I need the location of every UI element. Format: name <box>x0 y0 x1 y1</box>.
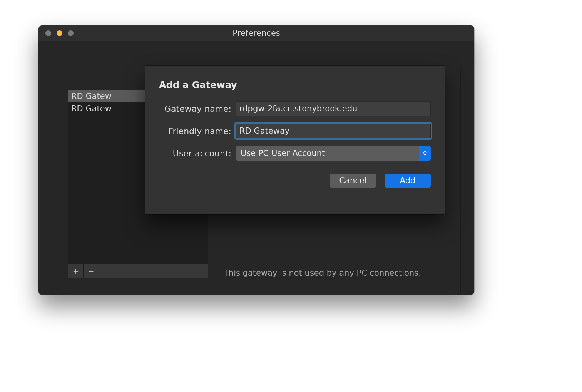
preferences-window: Preferences RD Gatew RD Gatew ＋ － edu <box>38 25 474 295</box>
window-title: Preferences <box>38 28 474 38</box>
chevron-up-down-icon <box>419 146 431 161</box>
friendly-name-label: Friendly name: <box>159 126 236 136</box>
traffic-lights <box>38 30 74 36</box>
gateway-name-row: Gateway name: <box>159 101 431 116</box>
friendly-name-row: Friendly name: <box>159 124 431 138</box>
user-account-label: User account: <box>159 149 236 158</box>
titlebar: Preferences <box>38 25 474 41</box>
add-gateway-sheet: Add a Gateway Gateway name: Friendly nam… <box>145 66 445 214</box>
user-account-value: Use PC User Account <box>241 149 325 158</box>
add-button[interactable]: Add <box>385 174 431 188</box>
sheet-title: Add a Gateway <box>159 80 431 90</box>
status-text: This gateway is not used by any PC conne… <box>224 268 421 278</box>
cancel-button-label: Cancel <box>339 176 366 185</box>
add-item-button[interactable]: ＋ <box>68 264 84 278</box>
friendly-name-input[interactable] <box>236 124 431 138</box>
gateway-name-label: Gateway name: <box>159 104 236 114</box>
user-account-row: User account: Use PC User Account <box>159 146 431 161</box>
gateway-name-input[interactable] <box>236 101 431 116</box>
close-window-button[interactable] <box>45 30 51 36</box>
minus-icon: － <box>87 265 96 277</box>
list-footer: ＋ － <box>68 264 208 278</box>
user-account-select[interactable]: Use PC User Account <box>236 146 431 161</box>
sheet-button-row: Cancel Add <box>159 174 431 188</box>
add-button-label: Add <box>400 176 416 185</box>
list-item-label: RD Gatew <box>71 104 112 113</box>
cancel-button[interactable]: Cancel <box>330 174 376 188</box>
remove-item-button[interactable]: － <box>84 264 99 278</box>
minimize-window-button[interactable] <box>57 30 62 36</box>
zoom-window-button[interactable] <box>68 30 74 36</box>
list-item-label: RD Gatew <box>71 92 112 101</box>
plus-icon: ＋ <box>71 265 80 277</box>
